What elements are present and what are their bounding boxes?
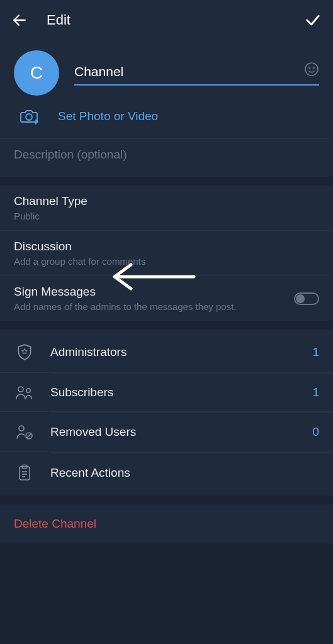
svg-point-7 <box>18 387 23 392</box>
description-placeholder: Description (optional) <box>14 148 127 161</box>
sign-messages-hint: Add names of the admins to the messages … <box>14 301 319 312</box>
administrators-count: 1 <box>312 345 319 359</box>
subscribers-label: Subscribers <box>50 386 312 399</box>
confirm-check-icon[interactable] <box>304 11 322 29</box>
clipboard-icon <box>14 464 35 482</box>
administrators-row[interactable]: Administrators 1 <box>0 332 333 373</box>
sign-messages-label: Sign Messages <box>14 285 319 299</box>
avatar[interactable]: C <box>14 50 59 96</box>
camera-plus-icon <box>19 108 40 125</box>
channel-type-row[interactable]: Channel Type Public <box>0 186 333 231</box>
channel-name-input[interactable] <box>74 60 319 86</box>
svg-line-11 <box>27 434 31 438</box>
recent-actions-label: Recent Actions <box>50 466 319 480</box>
administrators-label: Administrators <box>50 345 312 359</box>
set-photo-label: Set Photo or Video <box>58 109 158 123</box>
name-input-wrap <box>74 60 319 86</box>
discussion-hint: Add a group chat for comments <box>14 256 319 267</box>
section-delete: Delete Channel <box>0 504 333 543</box>
svg-point-3 <box>313 67 314 68</box>
removed-users-row[interactable]: Removed Users 0 <box>0 413 333 452</box>
description-input[interactable]: Description (optional) <box>0 138 333 174</box>
topbar: Edit <box>0 0 333 40</box>
channel-type-label: Channel Type <box>14 194 319 208</box>
shield-star-icon <box>14 343 35 361</box>
svg-point-1 <box>305 63 318 75</box>
section-settings: Channel Type Public Discussion Add a gro… <box>0 186 333 321</box>
svg-point-9 <box>19 426 24 431</box>
svg-point-8 <box>26 389 30 392</box>
subscribers-count: 1 <box>312 386 319 399</box>
section-management: Administrators 1 Subscribers 1 Removed U… <box>0 330 333 496</box>
person-block-icon <box>14 424 35 440</box>
emoji-icon[interactable] <box>304 62 319 77</box>
discussion-row[interactable]: Discussion Add a group chat for comments <box>0 231 333 276</box>
section-profile: C Set Photo or Video Description (option… <box>0 40 333 177</box>
svg-point-4 <box>26 114 32 120</box>
sign-messages-toggle[interactable] <box>294 292 319 305</box>
back-arrow-icon[interactable] <box>11 12 28 28</box>
discussion-label: Discussion <box>14 240 319 253</box>
delete-channel-label: Delete Channel <box>14 517 96 530</box>
removed-users-count: 0 <box>312 425 319 439</box>
svg-point-2 <box>309 67 310 68</box>
avatar-letter: C <box>30 63 43 83</box>
subscribers-row[interactable]: Subscribers 1 <box>0 374 333 412</box>
sign-messages-row[interactable]: Sign Messages Add names of the admins to… <box>0 276 333 321</box>
people-icon <box>14 385 35 400</box>
channel-type-value: Public <box>14 211 319 221</box>
set-photo-row[interactable]: Set Photo or Video <box>0 102 333 138</box>
page-title: Edit <box>47 12 304 28</box>
recent-actions-row[interactable]: Recent Actions <box>0 453 333 493</box>
removed-users-label: Removed Users <box>50 425 312 439</box>
delete-channel-button[interactable]: Delete Channel <box>0 504 333 543</box>
profile-row: C <box>0 40 333 102</box>
